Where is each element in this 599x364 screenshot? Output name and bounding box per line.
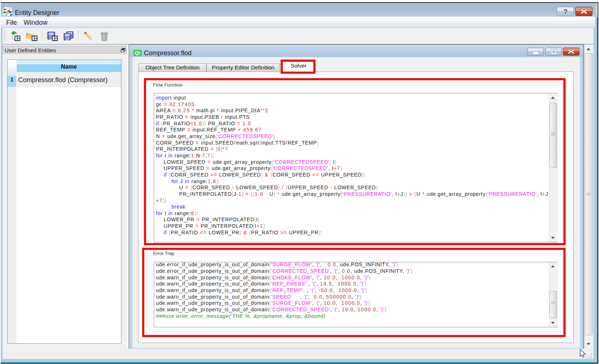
svg-text:Qt: Qt <box>135 50 140 56</box>
